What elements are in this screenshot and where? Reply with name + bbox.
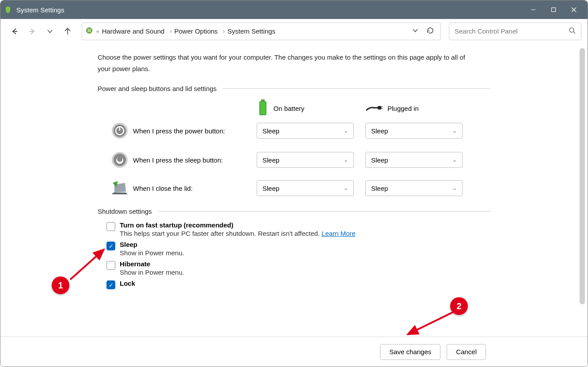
checkbox-label: Hibernate bbox=[120, 260, 184, 268]
search-input[interactable] bbox=[455, 27, 569, 35]
minimize-button[interactable] bbox=[523, 0, 543, 19]
chevron-down-icon: ⌄ bbox=[344, 185, 348, 191]
breadcrumb-item[interactable]: Power Options› bbox=[174, 27, 224, 35]
power-button-icon bbox=[106, 122, 133, 140]
sleep-button-plugged-select[interactable]: Sleep⌄ bbox=[365, 152, 463, 168]
refresh-icon[interactable] bbox=[426, 26, 434, 36]
battery-icon bbox=[257, 98, 269, 118]
chevron-down-icon: ⌄ bbox=[452, 128, 457, 134]
checkbox-row-lock: ✓ Lock bbox=[98, 280, 490, 289]
recent-dropdown[interactable] bbox=[42, 23, 58, 39]
section-title: Power and sleep buttons and lid settings bbox=[98, 85, 216, 92]
forward-button[interactable] bbox=[24, 23, 40, 39]
toolbar: « Hardware and Sound› Power Options› Sys… bbox=[0, 19, 588, 44]
svg-rect-11 bbox=[261, 99, 265, 101]
breadcrumb[interactable]: « Hardware and Sound› Power Options› Sys… bbox=[82, 23, 441, 40]
setting-label: When I close the lid: bbox=[133, 185, 257, 192]
plug-icon bbox=[365, 103, 383, 114]
scrollbar[interactable] bbox=[580, 48, 585, 304]
checkbox-label: Lock bbox=[120, 280, 135, 287]
window-title: System Settings bbox=[16, 6, 64, 14]
search-icon[interactable] bbox=[569, 27, 576, 35]
intro-text: Choose the power settings that you want … bbox=[98, 52, 478, 74]
divider bbox=[158, 211, 490, 212]
breadcrumb-item[interactable]: System Settings bbox=[228, 27, 275, 35]
titlebar: System Settings bbox=[0, 0, 588, 19]
svg-point-9 bbox=[569, 28, 574, 32]
divider bbox=[223, 88, 490, 89]
setting-label: When I press the sleep button: bbox=[133, 156, 257, 164]
maximize-button[interactable] bbox=[543, 0, 564, 19]
laptop-lid-icon bbox=[106, 180, 133, 196]
checkbox-label: Sleep bbox=[120, 241, 184, 248]
sleep-checkbox[interactable]: ✓ bbox=[106, 242, 115, 250]
footer: Save changes Cancel bbox=[0, 337, 588, 367]
svg-point-22 bbox=[114, 154, 126, 166]
section-title: Shutdown settings bbox=[98, 208, 152, 215]
checkbox-description: This helps start your PC faster after sh… bbox=[120, 230, 356, 237]
breadcrumb-item[interactable]: Hardware and Sound› bbox=[102, 27, 172, 35]
power-button-plugged-select[interactable]: Sleep⌄ bbox=[365, 123, 463, 139]
annotation-marker-1: 1 bbox=[52, 276, 69, 294]
sleep-button-icon bbox=[106, 151, 133, 169]
checkbox-row-fast-startup: Turn on fast startup (recommended) This … bbox=[98, 221, 490, 237]
sleep-button-battery-select[interactable]: Sleep⌄ bbox=[257, 152, 354, 168]
svg-rect-13 bbox=[260, 102, 266, 114]
chevron-left-icon: « bbox=[96, 28, 99, 34]
content-area: Choose the power settings that you want … bbox=[0, 44, 588, 336]
chevron-down-icon[interactable] bbox=[412, 27, 418, 35]
column-header-plugged: Plugged in bbox=[365, 103, 466, 114]
learn-more-link[interactable]: Learn More bbox=[322, 230, 356, 237]
back-button[interactable] bbox=[7, 23, 23, 39]
chevron-down-icon: ⌄ bbox=[452, 185, 457, 191]
search-box[interactable] bbox=[449, 23, 581, 40]
setting-row-sleep-button: When I press the sleep button: Sleep⌄ Sl… bbox=[98, 151, 490, 169]
checkbox-description: Show in Power menu. bbox=[120, 249, 184, 257]
svg-rect-1 bbox=[552, 8, 556, 12]
app-icon bbox=[4, 6, 12, 14]
column-header-battery: On battery bbox=[257, 98, 365, 118]
lid-plugged-select[interactable]: Sleep⌄ bbox=[365, 180, 463, 196]
annotation-marker-2: 2 bbox=[450, 297, 468, 315]
power-button-battery-select[interactable]: Sleep⌄ bbox=[257, 123, 354, 139]
lid-battery-select[interactable]: Sleep⌄ bbox=[257, 180, 354, 196]
checkbox-row-hibernate: Hibernate Show in Power menu. bbox=[98, 260, 490, 276]
checkbox-description: Show in Power menu. bbox=[120, 269, 184, 276]
control-panel-icon bbox=[85, 26, 94, 36]
lock-checkbox[interactable]: ✓ bbox=[106, 280, 115, 289]
hibernate-checkbox[interactable] bbox=[106, 261, 115, 270]
chevron-down-icon: ⌄ bbox=[344, 128, 348, 134]
checkbox-row-sleep: ✓ Sleep Show in Power menu. bbox=[98, 241, 490, 257]
svg-rect-8 bbox=[87, 29, 91, 32]
chevron-down-icon: ⌄ bbox=[452, 157, 457, 163]
setting-row-lid: When I close the lid: Sleep⌄ Sleep⌄ bbox=[98, 180, 490, 196]
svg-line-10 bbox=[573, 32, 575, 34]
chevron-down-icon: ⌄ bbox=[344, 157, 348, 163]
save-changes-button[interactable]: Save changes bbox=[380, 344, 440, 360]
setting-row-power-button: When I press the power button: Sleep⌄ Sl… bbox=[98, 122, 490, 140]
fast-startup-checkbox[interactable] bbox=[106, 222, 115, 231]
svg-rect-14 bbox=[378, 106, 381, 110]
checkbox-label: Turn on fast startup (recommended) bbox=[120, 221, 356, 229]
setting-label: When I press the power button: bbox=[133, 127, 257, 135]
up-button[interactable] bbox=[60, 23, 76, 39]
cancel-button[interactable]: Cancel bbox=[447, 344, 486, 360]
close-button[interactable] bbox=[564, 0, 584, 19]
